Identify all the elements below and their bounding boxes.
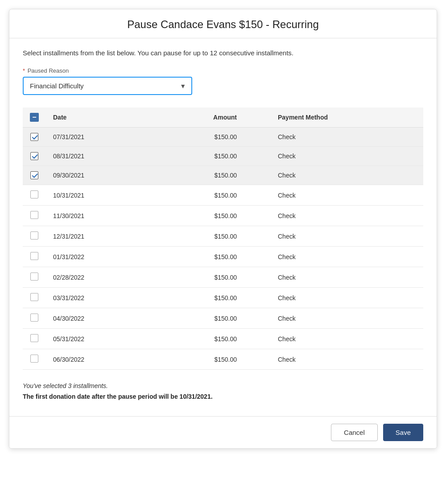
installments-table: − Date Amount Payment Method 07/31/2021$…	[23, 107, 423, 370]
table-row: 09/30/2021$150.00Check	[23, 166, 423, 185]
row-spacer	[244, 308, 271, 329]
row-date: 05/31/2022	[46, 329, 154, 349]
save-button[interactable]: Save	[383, 424, 423, 441]
row-checkbox[interactable]	[30, 355, 38, 363]
row-spacer	[244, 288, 271, 308]
row-checkbox-cell	[23, 308, 46, 329]
row-date: 12/31/2021	[46, 226, 154, 247]
row-checkbox[interactable]	[30, 293, 38, 301]
next-donation-text: The first donation date after the pause …	[23, 393, 423, 400]
row-payment: Check	[271, 206, 423, 226]
row-payment: Check	[271, 147, 423, 166]
row-checkbox[interactable]	[30, 171, 38, 179]
row-payment: Check	[271, 226, 423, 247]
modal-body: Select installments from the list below.…	[9, 38, 437, 416]
row-amount: $150.00	[154, 329, 244, 349]
row-amount: $150.00	[154, 267, 244, 288]
row-spacer	[244, 166, 271, 185]
row-amount: $150.00	[154, 288, 244, 308]
row-date: 09/30/2021	[46, 166, 154, 185]
table-row: 02/28/2022$150.00Check	[23, 267, 423, 288]
table-row: 03/31/2022$150.00Check	[23, 288, 423, 308]
row-payment: Check	[271, 288, 423, 308]
row-spacer	[244, 185, 271, 206]
modal-header: Pause Candace Evans $150 - Recurring	[9, 9, 437, 38]
row-amount: $150.00	[154, 206, 244, 226]
table-row: 11/30/2021$150.00Check	[23, 206, 423, 226]
modal-title: Pause Candace Evans $150 - Recurring	[23, 18, 423, 31]
table-row: 06/30/2022$150.00Check	[23, 349, 423, 370]
date-column-header: Date	[46, 107, 154, 128]
modal-footer: Cancel Save	[9, 416, 437, 448]
table-row: 07/31/2021$150.00Check	[23, 128, 423, 147]
row-date: 06/30/2022	[46, 349, 154, 370]
table-row: 12/31/2021$150.00Check	[23, 226, 423, 247]
summary-section: You've selected 3 installments. The firs…	[23, 380, 423, 407]
pause-modal: Pause Candace Evans $150 - Recurring Sel…	[9, 9, 437, 449]
row-checkbox[interactable]	[30, 314, 38, 322]
paused-reason-select[interactable]: Financial Difficulty Other Temporary Lea…	[23, 77, 192, 95]
amount-column-header: Amount	[154, 107, 244, 128]
row-checkbox[interactable]	[30, 211, 38, 219]
paused-reason-wrapper: Financial Difficulty Other Temporary Lea…	[23, 77, 192, 95]
row-checkbox-cell	[23, 288, 46, 308]
row-spacer	[244, 247, 271, 267]
row-payment: Check	[271, 267, 423, 288]
row-checkbox-cell	[23, 226, 46, 247]
table-row: 04/30/2022$150.00Check	[23, 308, 423, 329]
spacer-column-header	[244, 107, 271, 128]
row-checkbox-cell	[23, 166, 46, 185]
row-checkbox[interactable]	[30, 190, 38, 198]
row-spacer	[244, 226, 271, 247]
required-indicator: *	[23, 67, 25, 74]
table-body: 07/31/2021$150.00Check08/31/2021$150.00C…	[23, 128, 423, 370]
paused-reason-label: * Paused Reason	[23, 67, 423, 74]
row-date: 04/30/2022	[46, 308, 154, 329]
row-checkbox[interactable]	[30, 252, 38, 260]
row-spacer	[244, 329, 271, 349]
row-spacer	[244, 147, 271, 166]
row-checkbox-cell	[23, 247, 46, 267]
row-checkbox[interactable]	[30, 133, 38, 141]
row-amount: $150.00	[154, 308, 244, 329]
payment-column-header: Payment Method	[271, 107, 423, 128]
row-payment: Check	[271, 308, 423, 329]
row-spacer	[244, 349, 271, 370]
select-all-header[interactable]: −	[23, 107, 46, 128]
table-row: 01/31/2022$150.00Check	[23, 247, 423, 267]
row-payment: Check	[271, 349, 423, 370]
row-spacer	[244, 128, 271, 147]
selected-count-text: You've selected 3 installments.	[23, 382, 423, 389]
deselect-all-button[interactable]: −	[30, 113, 39, 122]
instruction-text: Select installments from the list below.…	[23, 49, 423, 57]
row-checkbox[interactable]	[30, 231, 38, 240]
row-amount: $150.00	[154, 147, 244, 166]
paused-reason-label-text: Paused Reason	[28, 67, 69, 74]
row-payment: Check	[271, 247, 423, 267]
row-payment: Check	[271, 329, 423, 349]
row-amount: $150.00	[154, 128, 244, 147]
table-row: 05/31/2022$150.00Check	[23, 329, 423, 349]
row-checkbox-cell	[23, 349, 46, 370]
row-amount: $150.00	[154, 349, 244, 370]
row-checkbox-cell	[23, 329, 46, 349]
row-spacer	[244, 206, 271, 226]
row-checkbox[interactable]	[30, 152, 38, 160]
row-date: 03/31/2022	[46, 288, 154, 308]
row-spacer	[244, 267, 271, 288]
row-amount: $150.00	[154, 166, 244, 185]
row-payment: Check	[271, 185, 423, 206]
table-row: 10/31/2021$150.00Check	[23, 185, 423, 206]
row-checkbox-cell	[23, 206, 46, 226]
row-checkbox[interactable]	[30, 334, 38, 342]
row-date: 10/31/2021	[46, 185, 154, 206]
table-row: 08/31/2021$150.00Check	[23, 147, 423, 166]
row-amount: $150.00	[154, 185, 244, 206]
row-payment: Check	[271, 128, 423, 147]
cancel-button[interactable]: Cancel	[331, 424, 378, 441]
row-date: 02/28/2022	[46, 267, 154, 288]
row-payment: Check	[271, 166, 423, 185]
row-checkbox-cell	[23, 185, 46, 206]
row-amount: $150.00	[154, 247, 244, 267]
row-checkbox[interactable]	[30, 273, 38, 281]
